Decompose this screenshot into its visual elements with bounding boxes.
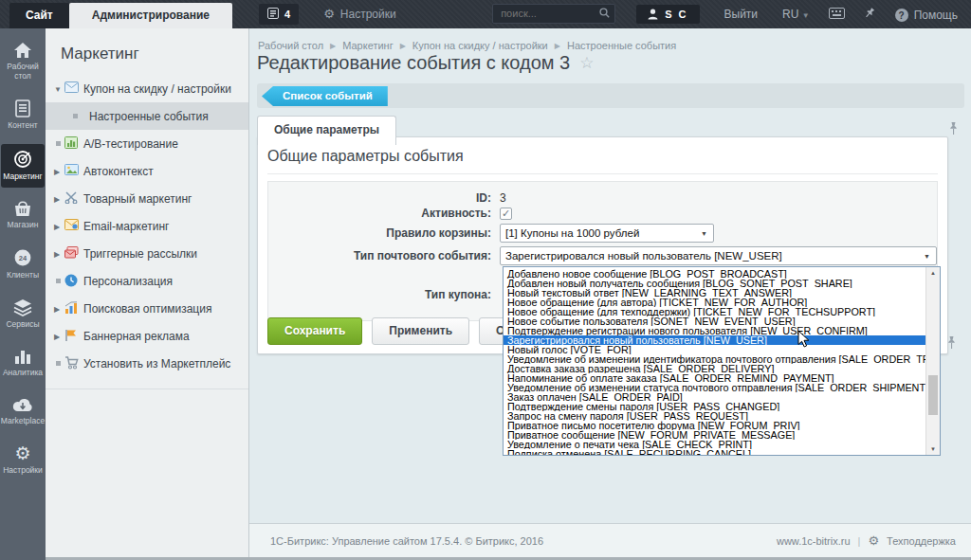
scroll-down-icon[interactable]: ▼ — [926, 443, 940, 455]
rail-item-analytics[interactable]: Аналитика — [1, 342, 45, 384]
dropdown-option[interactable]: Запрос на смену пароля [USER_PASS_REQUES… — [504, 411, 925, 421]
breadcrumb-link[interactable]: Купон на скидку / настройки — [412, 40, 548, 51]
breadcrumb-link[interactable]: Рабочий стол — [258, 40, 323, 51]
user-initials: S C — [665, 9, 687, 20]
breadcrumb-link[interactable]: Маркетинг — [342, 40, 393, 51]
rail-item-marketing[interactable]: Маркетинг — [1, 144, 45, 188]
sidebar-item-ab-testing[interactable]: A/B-тестирование — [46, 130, 248, 157]
rail-item-settings[interactable]: ⚙ Настройки — [1, 439, 45, 481]
scroll-up-icon[interactable]: ▲ — [926, 267, 940, 279]
dropdown-option[interactable]: Новое обращение (для техподдержки) [TICK… — [504, 307, 925, 316]
context-toolbar: Список событий — [257, 83, 964, 108]
dropdown-option[interactable]: Новый голос [VOTE_FOR] — [504, 345, 925, 354]
sidebar-item-trigger-mailings[interactable]: ▶ Триггерные рассылки — [46, 240, 248, 267]
bullet-icon — [73, 114, 78, 118]
dropdown-option[interactable]: Новый текстовый ответ [NEW_LEARNING_TEXT… — [504, 288, 925, 298]
mail-event-select[interactable]: Зарегистрировался новый пользователь [NE… — [500, 246, 937, 265]
user-menu-button[interactable]: S C — [636, 5, 699, 24]
dropdown-option[interactable]: Новое событие пользователя [SONET_NEW_EV… — [504, 316, 925, 326]
chevron-expanded-icon[interactable]: ▼ — [54, 83, 62, 97]
rail-item-marketplace[interactable]: Marketplace — [1, 391, 45, 432]
form-row-mail-event: Тип почтового события: Зарегистрировался… — [268, 246, 937, 265]
rail-item-desktop[interactable]: Рабочий стол — [1, 36, 45, 87]
save-button[interactable]: Сохранить — [267, 317, 362, 345]
scrollbar-thumb[interactable] — [928, 375, 938, 415]
rail-item-store[interactable]: Магазин — [1, 194, 45, 236]
dropdown-option[interactable]: Приватное сообщение [NEW_FORUM_PRIVATE_M… — [504, 430, 925, 440]
topbar-settings-button[interactable]: ⚙ Настройки — [323, 7, 396, 21]
dropdown-option[interactable]: Добавлен новый получатель сообщения [BLO… — [504, 279, 925, 288]
dropdown-option[interactable]: Напоминание об оплате заказа [SALE_ORDER… — [504, 373, 925, 383]
chevron-collapsed-icon[interactable]: ▶ — [54, 166, 60, 179]
basket-rule-select[interactable]: [1] Купоны на 1000 рублей ▼ — [500, 224, 714, 243]
chevron-collapsed-icon[interactable]: ▶ — [54, 331, 60, 344]
dropdown-option-selected[interactable]: Зарегистрировался новый пользователь [NE… — [504, 335, 925, 345]
tab-site[interactable]: Сайт — [9, 3, 69, 28]
breadcrumb-separator-icon: ▶ — [400, 42, 406, 50]
dropdown-option[interactable]: Уведомление о печати чека [SALE_CHECK_PR… — [504, 440, 925, 449]
rail-item-content[interactable]: Контент — [1, 94, 45, 136]
dropdown-option[interactable]: Уведомление об изменении статуса почтово… — [504, 383, 925, 392]
chevron-down-icon: ▼ — [802, 11, 810, 20]
chevron-collapsed-icon[interactable]: ▶ — [54, 248, 60, 262]
chevron-collapsed-icon[interactable]: ▶ — [54, 193, 60, 207]
gear-icon: ⚙ — [323, 7, 335, 21]
rail-item-clients[interactable]: 24 Клиенты — [1, 243, 45, 286]
target-icon — [13, 150, 32, 169]
sidebar-item-banner-ads[interactable]: ▶ Баннерная реклама — [46, 322, 248, 350]
active-label: Активность: — [268, 207, 500, 220]
dropdown-option[interactable]: Новое обращение (для автора) [TICKET_NEW… — [504, 298, 925, 307]
chevron-collapsed-icon[interactable]: ▶ — [54, 221, 60, 234]
sidebar-item-coupon-settings[interactable]: ▼ Купон на скидку / настройки — [46, 75, 248, 102]
hotkeys-icon[interactable] — [829, 8, 845, 22]
sidebar-item-seo[interactable]: ▶ Поисковая оптимизация — [46, 295, 248, 322]
active-checkbox[interactable]: ✓ — [500, 208, 512, 220]
section-title: Общие параметры события — [267, 148, 938, 174]
sidebar-item-install-marketplace[interactable]: Установить из Маркетплейс — [46, 350, 248, 377]
mailings-icon — [64, 246, 79, 262]
pin-icon[interactable] — [947, 121, 960, 138]
sidebar-item-product-marketing[interactable]: ▶ Товарный маркетинг — [46, 185, 248, 212]
favorite-star-icon[interactable]: ☆ — [579, 53, 594, 73]
help-button[interactable]: ? Помощь — [895, 9, 958, 22]
sidebar-item-autocontext[interactable]: ▶ Автоконтекст — [46, 157, 248, 185]
logout-link[interactable]: Выйти — [724, 8, 759, 21]
search-icon[interactable] — [599, 8, 610, 18]
dropdown-option[interactable]: Подписка отменена [SALE_RECURRING_CANCEL… — [504, 449, 925, 455]
tab-general-parameters[interactable]: Общие параметры — [257, 116, 396, 145]
chevron-collapsed-icon[interactable]: ▶ — [54, 303, 60, 316]
footer-site-link[interactable]: www.1c-bitrix.ru — [777, 535, 851, 547]
top-bar: Сайт Администрирование 4 ⚙ Настройки S C… — [0, 0, 971, 28]
dropdown-option[interactable]: Заказ оплачен [SALE_ORDER_PAID] — [504, 392, 925, 402]
dropdown-option[interactable]: Подтверждение смены пароля [USER_PASS_CH… — [504, 402, 925, 411]
question-icon: ? — [895, 9, 908, 22]
form-row-id: ID: 3 — [268, 191, 937, 205]
rail-item-services[interactable]: Сервисы — [1, 293, 45, 335]
sidebar-item-configured-events[interactable]: Настроенные события — [46, 102, 248, 130]
sidebar-item-email-marketing[interactable]: ▶ Email-маркетинг — [46, 212, 248, 240]
dropdown-option[interactable]: Подтверждение регистрации нового пользов… — [504, 326, 925, 335]
basket-icon — [13, 200, 32, 217]
dropdown-option[interactable]: Приватное письмо посетителю форума [NEW_… — [504, 421, 925, 430]
dropdown-scrollbar[interactable]: ▲ ▼ — [925, 267, 940, 455]
search-input[interactable] — [492, 4, 615, 24]
language-switcher[interactable]: RU ▼ — [782, 8, 810, 21]
dropdown-option[interactable]: Доставка заказа разрешена [SALE_ORDER_DE… — [504, 364, 925, 373]
sidebar-item-personalization[interactable]: Персонализация — [46, 267, 248, 295]
apply-button[interactable]: Применить — [372, 317, 469, 345]
breadcrumb: Рабочий стол ▶ Маркетинг ▶ Купон на скид… — [258, 40, 676, 51]
notifications-button[interactable]: 4 — [259, 4, 299, 25]
footer-support-link[interactable]: Техподдержка — [887, 535, 956, 547]
mail-event-dropdown: Добавлено новое сообщение [BLOG_POST_BRO… — [503, 266, 941, 456]
form-row-active: Активность: ✓ — [268, 207, 937, 220]
events-list-button[interactable]: Список событий — [262, 86, 388, 106]
dropdown-option[interactable]: Добавлено новое сообщение [BLOG_POST_BRO… — [504, 269, 925, 279]
pin-panel-icon[interactable] — [864, 7, 876, 22]
notifications-count: 4 — [284, 9, 290, 20]
home-icon — [13, 42, 32, 59]
dropdown-option[interactable]: Уведомление об изменении идентификатора … — [504, 354, 925, 364]
tab-admin[interactable]: Администрирование — [69, 3, 232, 28]
breadcrumb-link[interactable]: Настроенные события — [567, 40, 676, 51]
bullet-icon — [56, 141, 61, 146]
mail-event-dropdown-list: Добавлено новое сообщение [BLOG_POST_BRO… — [504, 267, 925, 455]
